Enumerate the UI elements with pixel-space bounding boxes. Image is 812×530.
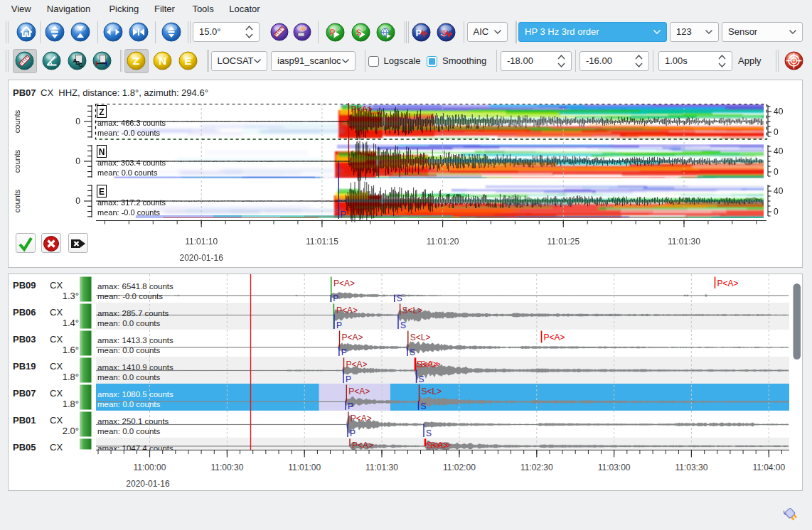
svg-text:P<A>: P<A> <box>544 332 565 342</box>
svg-text:amax: 303.4 counts: amax: 303.4 counts <box>97 158 166 167</box>
svg-text:S<L>: S<L> <box>422 386 442 396</box>
svg-text:11:00:00: 11:00:00 <box>134 463 166 472</box>
svg-text:mean: 0.0 counts: mean: 0.0 counts <box>97 319 160 328</box>
svg-text:2020-01-16: 2020-01-16 <box>180 253 224 263</box>
svg-text:IP: IP <box>300 26 306 33</box>
svg-text:mean: 0.0 counts: mean: 0.0 counts <box>97 373 160 382</box>
svg-text:amax: 285.7 counts: amax: 285.7 counts <box>97 309 169 318</box>
svg-text:counts: counts <box>13 189 21 212</box>
svg-text:S: S <box>426 428 432 438</box>
svg-text:11:01:15: 11:01:15 <box>306 237 338 247</box>
svg-text:PB07: PB07 <box>13 87 36 98</box>
svg-text:11:01:10: 11:01:10 <box>185 237 218 247</box>
svg-text:P<A>: P<A> <box>336 305 358 315</box>
svg-text:P: P <box>336 320 342 330</box>
svg-text:1.6°: 1.6° <box>63 345 79 355</box>
svg-text:S<L>: S<L> <box>402 305 423 315</box>
svg-text:CX: CX <box>50 307 63 318</box>
svg-text:P<A>: P<A> <box>346 359 368 369</box>
svg-text:11:04:00: 11:04:00 <box>752 463 785 472</box>
svg-text:PB06: PB06 <box>13 307 36 318</box>
svg-text:0: 0 <box>75 117 80 126</box>
svg-text:CX: CX <box>50 361 63 372</box>
svg-text:mean: 0.0 counts: mean: 0.0 counts <box>97 346 160 355</box>
svg-text:amax: 1410.9 counts: amax: 1410.9 counts <box>97 363 173 372</box>
svg-text:P<A>: P<A> <box>342 332 363 342</box>
svg-text:PB05: PB05 <box>13 442 36 453</box>
svg-text:Z: Z <box>99 107 104 117</box>
svg-text:E: E <box>99 187 105 197</box>
svg-text:S: S <box>419 374 424 384</box>
svg-text:1.8°: 1.8° <box>63 372 79 382</box>
svg-text:P<A>: P<A> <box>717 278 739 288</box>
svg-text:PB03: PB03 <box>13 334 36 345</box>
svg-text:mean: 0.0 counts: mean: 0.0 counts <box>97 168 158 177</box>
svg-text:P: P <box>330 27 336 37</box>
svg-text:S: S <box>421 401 427 411</box>
svg-text:S: S <box>400 320 406 330</box>
svg-text:PB01: PB01 <box>13 415 36 426</box>
svg-text:P<A>: P<A> <box>351 413 372 423</box>
svg-text:P<A>: P<A> <box>352 440 373 450</box>
svg-text:S: S <box>397 293 402 303</box>
svg-text:P<A>: P<A> <box>348 386 370 396</box>
svg-text:11:00:30: 11:00:30 <box>210 463 243 472</box>
svg-text:11:02:00: 11:02:00 <box>443 463 476 472</box>
svg-text:PB07: PB07 <box>13 388 36 399</box>
svg-text:amax: 1413.3 counts: amax: 1413.3 counts <box>97 336 173 345</box>
svg-text:11:01:00: 11:01:00 <box>288 463 321 472</box>
svg-text:40: 40 <box>774 146 784 156</box>
svg-text:counts: counts <box>13 109 21 133</box>
svg-text:P: P <box>341 210 346 220</box>
svg-text:P: P <box>350 428 356 438</box>
svg-text:40: 40 <box>774 186 784 196</box>
svg-text:0: 0 <box>774 127 779 137</box>
svg-text:S<L>: S<L> <box>410 332 431 342</box>
svg-text:0: 0 <box>75 156 80 166</box>
svg-text:2.0°: 2.0° <box>63 426 79 436</box>
svg-text:CX: CX <box>50 280 63 291</box>
svg-text:P<A>: P<A> <box>333 278 355 288</box>
svg-text:mean: -0.0 counts: mean: -0.0 counts <box>97 292 163 301</box>
svg-text:PB09: PB09 <box>13 280 36 291</box>
svg-text:mean: 0.0 counts: mean: 0.0 counts <box>97 427 160 436</box>
svg-text:amax: 6541.8 counts: amax: 6541.8 counts <box>97 282 173 291</box>
svg-text:CX: CX <box>50 334 63 345</box>
svg-text:CX: CX <box>50 388 63 399</box>
svg-text:mean: -0.0 counts: mean: -0.0 counts <box>97 208 161 217</box>
svg-text:mean: 0.0 counts: mean: 0.0 counts <box>97 400 160 409</box>
svg-text:amax: 317.2 counts: amax: 317.2 counts <box>97 198 166 207</box>
svg-text:P: P <box>333 293 338 303</box>
svg-text:S<L>: S<L> <box>420 359 441 369</box>
svg-text:P: P <box>348 401 353 411</box>
svg-text:P<A>: P<A> <box>351 104 373 114</box>
svg-text:11:01:20: 11:01:20 <box>427 237 459 247</box>
svg-text:0: 0 <box>75 196 80 206</box>
svg-text:Z: Z <box>133 55 140 67</box>
svg-text:amax: 250.1 counts: amax: 250.1 counts <box>97 417 169 426</box>
svg-text:S: S <box>356 27 361 37</box>
svg-text:40: 40 <box>774 107 784 117</box>
svg-text:11:01:25: 11:01:25 <box>547 237 579 247</box>
svg-text:N: N <box>159 55 166 67</box>
svg-text:1.4°: 1.4° <box>63 318 79 328</box>
svg-text:S: S <box>410 347 415 357</box>
svg-text:S: S <box>440 27 447 38</box>
svg-text:0: 0 <box>774 207 779 217</box>
svg-text:P: P <box>341 347 347 357</box>
svg-text:CX: CX <box>50 415 63 426</box>
svg-text:amax: 1047.4 counts: amax: 1047.4 counts <box>97 444 173 453</box>
svg-text:C: C <box>78 62 82 68</box>
svg-text:PB19: PB19 <box>13 361 36 372</box>
svg-text:11:03:30: 11:03:30 <box>675 463 707 472</box>
svg-text:E: E <box>184 55 191 67</box>
svg-text:CX: CX <box>50 442 63 453</box>
svg-text:2020-01-16: 2020-01-16 <box>126 479 170 489</box>
svg-text:11:01:30: 11:01:30 <box>668 237 700 247</box>
svg-text:P: P <box>346 374 351 384</box>
svg-text:amax: 466.3 counts: amax: 466.3 counts <box>97 119 166 127</box>
svg-text:amax: 1080.5 counts: amax: 1080.5 counts <box>97 390 173 399</box>
svg-text:counts: counts <box>13 149 21 173</box>
svg-text:N: N <box>99 147 105 157</box>
svg-text:0: 0 <box>774 167 779 177</box>
